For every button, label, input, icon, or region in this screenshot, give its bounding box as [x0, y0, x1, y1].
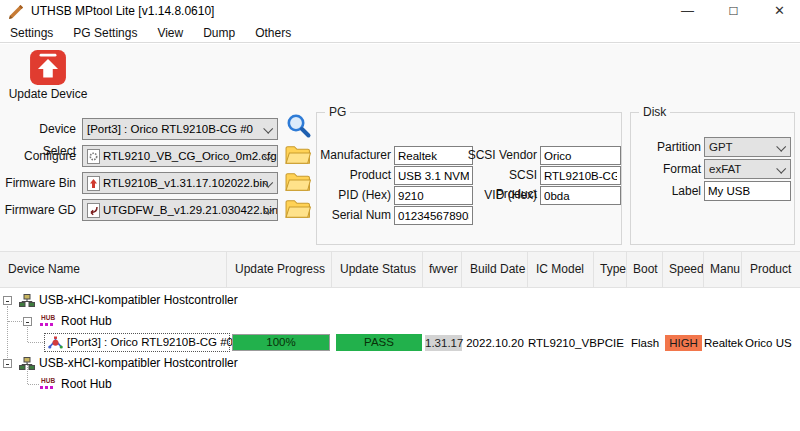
menu-pg-settings[interactable]: PG Settings	[63, 23, 147, 43]
window-title: UTHSB MPtool Lite [v1.14.8.0610]	[31, 4, 214, 18]
boot-value: Flash	[627, 335, 663, 352]
manu-value: Realtek	[704, 335, 742, 352]
tree-label-roothub[interactable]: Root Hub	[61, 311, 112, 332]
product-label: Product	[319, 166, 391, 185]
serial-num-label: Serial Num	[319, 206, 391, 225]
firmware-gd-label: Firmware GD	[4, 199, 76, 221]
update-device-icon	[29, 48, 67, 86]
serial-num-field[interactable]	[394, 206, 473, 225]
menu-bar: Settings PG Settings View Dump Others	[0, 23, 800, 43]
pg-groupbox: PG Manufacturer Product PID (Hex) Serial…	[316, 112, 622, 245]
scsi-vendor-field[interactable]	[540, 146, 621, 165]
vid-label: VID (Hex)	[465, 186, 537, 205]
format-value: exFAT	[709, 163, 741, 175]
tree-row-hostcontroller-2[interactable]: USB-xHCI-kompatibler Hostcontroller	[0, 353, 800, 374]
pid-field[interactable]	[394, 186, 473, 205]
column-product[interactable]: Product	[742, 252, 800, 287]
tree-label-device-name[interactable]: [Port3] : Orico RTL9210B-CG #0	[67, 332, 233, 353]
bin-file-icon	[87, 176, 100, 191]
firmware-bin-label: Firmware Bin	[4, 172, 76, 194]
ic-model-value: RTL9210_VB	[528, 335, 594, 352]
tree-label-hostcontroller[interactable]: USB-xHCI-kompatibler Hostcontroller	[39, 290, 238, 311]
folder-icon	[285, 172, 311, 192]
tree-row-roothub-1[interactable]: HUB Root Hub	[0, 311, 800, 332]
update-status-badge: PASS	[336, 334, 422, 351]
firmware-gd-value: UTGDFW_B_v1.29.21.030422.bin	[103, 204, 278, 216]
column-manu[interactable]: Manu	[704, 252, 742, 287]
search-icon	[285, 112, 312, 139]
column-speed[interactable]: Speed	[663, 252, 704, 287]
gd-file-icon	[87, 203, 100, 218]
collapse-box-icon[interactable]	[3, 296, 12, 305]
configure-combobox[interactable]: RTL9210_VB_CG_Orico_0m2.cfg	[82, 145, 278, 167]
product-value: Orico US	[745, 335, 800, 352]
update-device-label: Update Device	[6, 87, 90, 101]
configure-label: Configure	[4, 145, 76, 167]
tree-label-hostcontroller[interactable]: USB-xHCI-kompatibler Hostcontroller	[39, 353, 238, 374]
pid-label: PID (Hex)	[319, 186, 391, 205]
partition-combobox[interactable]: GPT	[704, 137, 791, 157]
product-field[interactable]	[394, 166, 473, 185]
firmware-gd-combobox[interactable]: UTGDFW_B_v1.29.21.030422.bin	[82, 199, 278, 221]
column-device-name[interactable]: Device Name	[0, 252, 227, 287]
configure-value: RTL9210_VB_CG_Orico_0m2.cfg	[103, 150, 277, 162]
build-date-value: 2022.10.20	[462, 335, 528, 352]
folder-icon	[285, 199, 311, 219]
manufacturer-label: Manufacturer	[319, 146, 391, 165]
device-select-value: [Port3] : Orico RTL9210B-CG #0	[87, 123, 253, 135]
browse-configure-button[interactable]	[284, 143, 312, 167]
column-boot[interactable]: Boot	[627, 252, 663, 287]
vid-field[interactable]	[540, 186, 621, 205]
speed-badge: HIGH	[665, 335, 702, 351]
menu-others[interactable]: Others	[245, 23, 301, 43]
host-controller-icon	[19, 357, 35, 370]
update-device-button[interactable]: Update Device	[6, 48, 90, 106]
search-device-button[interactable]	[284, 113, 312, 137]
type-value: PCIE	[594, 335, 627, 352]
close-button[interactable]: ✕	[757, 0, 800, 23]
collapse-box-icon[interactable]	[3, 359, 12, 368]
disk-label-label: Label	[633, 182, 701, 201]
menu-settings[interactable]: Settings	[0, 23, 63, 43]
chevron-down-icon[interactable]	[776, 164, 786, 174]
firmware-bin-combobox[interactable]: RTL9210B_v1.31.17.102022.bin	[82, 172, 278, 194]
folder-icon	[285, 145, 311, 165]
column-build-date[interactable]: Build Date	[462, 252, 528, 287]
minimize-button[interactable]: —	[665, 0, 710, 23]
firmware-bin-value: RTL9210B_v1.31.17.102022.bin	[103, 177, 268, 189]
maximize-button[interactable]: ☐	[711, 0, 756, 23]
tree-row-roothub-2[interactable]: HUB Root Hub	[0, 374, 800, 395]
app-icon	[8, 4, 24, 20]
partition-label: Partition	[633, 138, 701, 157]
browse-firmware-gd-button[interactable]	[284, 197, 312, 221]
tree-row-device[interactable]: [Port3] : Orico RTL9210B-CG #0 100% PASS…	[0, 332, 800, 353]
disk-groupbox: Disk Partition GPT Format exFAT Label	[630, 112, 795, 245]
disk-label-field[interactable]	[704, 181, 791, 201]
tree-label-roothub[interactable]: Root Hub	[61, 374, 112, 395]
table-header: Device Name Update Progress Update Statu…	[0, 251, 800, 288]
column-fwver[interactable]: fwver	[423, 252, 462, 287]
device-tree: USB-xHCI-kompatibler Hostcontroller HUB …	[0, 288, 800, 431]
chevron-down-icon[interactable]	[776, 142, 786, 152]
partition-value: GPT	[709, 141, 733, 153]
column-update-progress[interactable]: Update Progress	[227, 252, 332, 287]
chevron-down-icon[interactable]	[263, 124, 273, 134]
column-type[interactable]: Type	[594, 252, 627, 287]
fwver-value: 1.31.17	[425, 335, 462, 351]
collapse-box-icon[interactable]	[23, 317, 32, 326]
manufacturer-field[interactable]	[394, 146, 473, 165]
host-controller-icon	[19, 294, 35, 307]
scsi-vendor-label: SCSI Vendor	[465, 146, 537, 165]
column-update-status[interactable]: Update Status	[332, 252, 423, 287]
column-ic-model[interactable]: IC Model	[528, 252, 594, 287]
browse-firmware-bin-button[interactable]	[284, 170, 312, 194]
hub-icon: HUB	[40, 315, 57, 328]
pg-group-title: PG	[325, 105, 350, 119]
tree-row-hostcontroller-1[interactable]: USB-xHCI-kompatibler Hostcontroller	[0, 290, 800, 311]
scsi-product-field[interactable]	[540, 166, 621, 185]
menu-dump[interactable]: Dump	[193, 23, 245, 43]
device-select-combobox[interactable]: [Port3] : Orico RTL9210B-CG #0	[82, 118, 278, 140]
menu-view[interactable]: View	[147, 23, 193, 43]
usb-device-icon	[48, 336, 63, 349]
format-combobox[interactable]: exFAT	[704, 159, 791, 179]
